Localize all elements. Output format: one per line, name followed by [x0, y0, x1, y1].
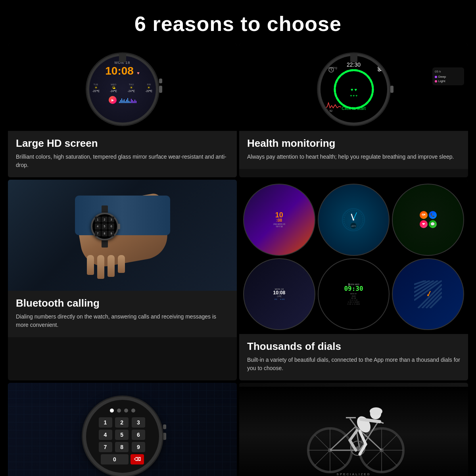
- key-6[interactable]: 6: [132, 430, 145, 440]
- page-title: 6 reasons to choose: [0, 0, 476, 44]
- weather-fri: FRI ☀ -20℃: [145, 83, 152, 93]
- dial-1: 10 :08 24th MON 18 78°F 58: [243, 184, 315, 256]
- pw-watch-display: 1 2 3 4 5 6 7 8 9: [86, 400, 159, 473]
- dials-desc: Built-in a variety of beautiful dials, c…: [247, 356, 460, 372]
- sleep-panel: 05 h Deep Light: [432, 67, 464, 85]
- feature-health-monitoring: 22:30 ♥ ♥ ♥ ♥ ♥ Click to start: [239, 44, 468, 177]
- password-image: 1 2 3 4 5 6 7 8 9: [8, 383, 237, 476]
- watch-numpad-mini: 1 2 3 4 5 6 7 8 9: [92, 214, 117, 239]
- cyclist-scene: SPECIALIZED: [239, 387, 468, 476]
- dial-4-content: MON 18 10:08 -24℃ 0°C ☀ 0°C: [271, 286, 287, 302]
- watch-crown-1: [159, 86, 162, 93]
- svg-point-18: [353, 219, 354, 221]
- dial-3-icons: 🗺 📞 ❤ 💬: [416, 208, 440, 231]
- music-row: ▶: [109, 96, 136, 104]
- watch-body-2: 22:30 ♥ ♥ ♥ ♥ ♥ Click to start: [318, 54, 390, 125]
- feature-password-lock: 1 2 3 4 5 6 7 8 9: [8, 383, 237, 476]
- strap-b: [102, 240, 108, 248]
- health-text-area: Health monitoring Always pay attention t…: [239, 131, 468, 169]
- dial-1-content: 10 :08 24th MON 18 78°F 58: [273, 211, 285, 228]
- watch-hd-display: MON 18 10:08 ♥ TUE ☀ -20℃: [89, 56, 156, 123]
- bluetooth-text-area: Bluetooth calling Dialing numbers direct…: [8, 291, 237, 337]
- dials-grid: 10 :08 24th MON 18 78°F 58: [239, 180, 468, 334]
- watch-health-frame: 22:30 ♥ ♥ ♥ ♥ ♥ Click to start: [318, 54, 390, 125]
- pw-watch-body: 1 2 3 4 5 6 7 8 9: [83, 397, 162, 476]
- dials-text-area: Thousands of dials Built-in a variety of…: [239, 334, 468, 380]
- hd-text-area: Large HD screen Brilliant colors, high s…: [8, 131, 237, 177]
- controls-icon: [377, 66, 383, 74]
- watch-time: 10:08 ♥: [105, 65, 140, 81]
- pw-zero-row: 0 ⌫: [99, 454, 146, 464]
- strap-t: [102, 205, 108, 213]
- sleeve: [75, 196, 170, 235]
- key-3[interactable]: 3: [132, 417, 145, 428]
- watch-crown-5: [163, 433, 166, 440]
- dot-3: [124, 409, 128, 413]
- dial-6: ✓: [392, 258, 464, 330]
- feature-bluetooth-calling: 1 2 3 4 5 6 7 8 9: [8, 180, 237, 380]
- analog-clock-svg: -24°C: [342, 208, 365, 232]
- dial-5: ▐100% WED 09:30 MOS 23° 2020 03-26 0:0 0…: [318, 258, 390, 330]
- dial-5-content: ▐100% WED 09:30 MOS 23° 2020 03-26 0:0 0…: [344, 283, 363, 305]
- hand-scene: 1 2 3 4 5 6 7 8 9: [63, 184, 182, 287]
- watch-body: MON 18 10:08 ♥ TUE ☀ -20℃: [87, 54, 158, 125]
- play-button[interactable]: ▶: [109, 96, 117, 104]
- svg-line-45: [350, 418, 356, 426]
- watch-hd-frame: MON 18 10:08 ♥ TUE ☀ -20℃: [87, 54, 158, 125]
- key-2[interactable]: 2: [115, 417, 129, 428]
- svg-point-7: [378, 67, 380, 68]
- hd-desc: Brilliant colors, high saturation, tempe…: [16, 153, 229, 169]
- svg-line-16: [353, 213, 357, 220]
- time-digits: 10:08: [105, 65, 134, 77]
- strap-bottom: [119, 54, 126, 62]
- dial-3: 🗺 📞 ❤ 💬: [392, 184, 464, 256]
- feature-large-hd-screen: MON 18 10:08 ♥ TUE ☀ -20℃: [8, 44, 237, 177]
- watch-crown-4: [118, 224, 120, 229]
- dial-4: MON 18 10:08 -24℃ 0°C ☀ 0°C: [243, 258, 315, 330]
- dot-active: [110, 409, 114, 413]
- watch-health-assembly: 22:30 ♥ ♥ ♥ ♥ ♥ Click to start: [318, 54, 390, 125]
- dials-row-1: 10 :08 24th MON 18 78°F 58: [243, 184, 464, 256]
- audio-wave: [119, 97, 136, 103]
- key-delete[interactable]: ⌫: [131, 454, 144, 464]
- feature-multi-sports: SPECIALIZED Multi-sports mode Equipped w…: [239, 383, 468, 476]
- health-stats: 🫀 52: [325, 101, 341, 113]
- key-5[interactable]: 5: [115, 430, 129, 440]
- svg-line-12: [331, 70, 332, 71]
- hd-title: Large HD screen: [16, 137, 229, 150]
- watch-health-image: 22:30 ♥ ♥ ♥ ♥ ♥ Click to start: [239, 44, 468, 131]
- pw-watch-assembly: 1 2 3 4 5 6 7 8 9: [83, 397, 162, 476]
- bicycle-svg: [298, 395, 409, 474]
- sports-image: SPECIALIZED: [239, 383, 468, 476]
- weather-wed: WED 🌤 -24℃: [110, 83, 117, 93]
- deep-dot-2: [435, 76, 437, 78]
- wrist-watch: 1 2 3 4 5 6 7 8 9: [91, 205, 119, 248]
- key-4[interactable]: 4: [99, 430, 112, 440]
- dot-2: [117, 409, 121, 413]
- brand-text: SPECIALIZED: [337, 472, 371, 476]
- watch-hd-image: MON 18 10:08 ♥ TUE ☀ -20℃: [8, 44, 237, 131]
- key-7[interactable]: 7: [99, 442, 112, 452]
- weather-row: TUE ☀ -20℃ WED 🌤 -24℃ T: [92, 83, 153, 93]
- bluetooth-desc: Dialing numbers directly on the watch, a…: [16, 313, 229, 329]
- pw-numpad: 1 2 3 4 5 6 7 8 9: [99, 417, 146, 452]
- dials-title: Thousands of dials: [247, 340, 460, 353]
- dials-row-2: MON 18 10:08 -24℃ 0°C ☀ 0°C ▐100% WED 09…: [243, 258, 464, 330]
- health-desc: Always pay attention to heart health; he…: [247, 153, 460, 161]
- watch-health-display: 22:30 ♥ ♥ ♥ ♥ ♥ Click to start: [321, 56, 387, 123]
- watch-crown-3: [390, 86, 393, 93]
- watch-crown-6: [163, 424, 166, 429]
- health-title: Health monitoring: [247, 137, 460, 150]
- pw-indicator-dots: [110, 409, 135, 413]
- key-0[interactable]: 0: [101, 454, 129, 464]
- svg-point-8: [380, 68, 381, 70]
- heart-icon: ♥: [137, 71, 140, 75]
- key-9[interactable]: 9: [132, 442, 145, 452]
- svg-text:-24°C: -24°C: [351, 225, 356, 227]
- heart-rate-graph: [325, 101, 341, 109]
- key-8[interactable]: 8: [115, 442, 129, 452]
- light-sleep-row: Light: [435, 79, 462, 83]
- key-1[interactable]: 1: [99, 417, 112, 428]
- svg-line-57: [350, 430, 357, 440]
- heart-rate-value: 🫀 52: [325, 109, 341, 113]
